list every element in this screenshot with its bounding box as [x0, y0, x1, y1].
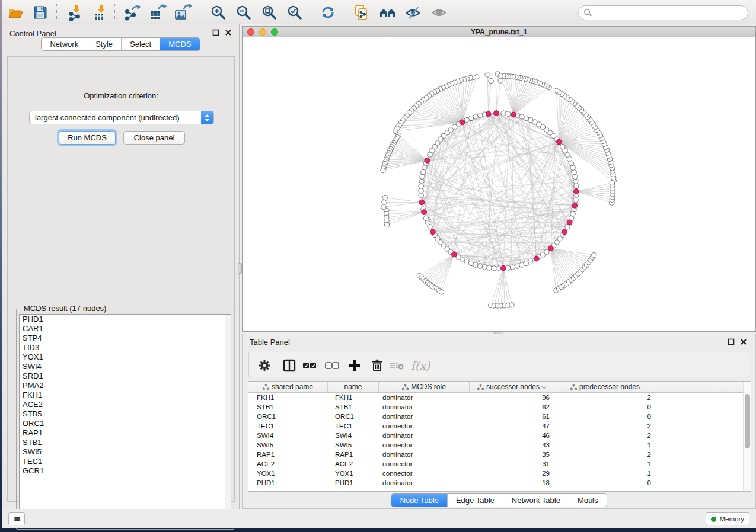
vertical-splitter-grip[interactable] [238, 263, 242, 274]
column-header-successor-nodes[interactable]: successor nodes [470, 382, 554, 392]
table-scrollbar[interactable] [743, 382, 751, 491]
mcds-result-item[interactable]: TID3 [20, 343, 231, 352]
zoom-selected-button[interactable] [285, 3, 304, 22]
hide-selected-button[interactable] [404, 3, 423, 22]
search-field[interactable] [578, 5, 748, 20]
column-header-predecessor-nodes[interactable]: predecessor nodes [554, 382, 656, 392]
tab-style[interactable]: Style [87, 38, 121, 50]
panel-menu-button[interactable] [8, 512, 25, 525]
tab-mcds[interactable]: MCDS [160, 38, 199, 50]
mcds-result-item[interactable]: SWI4 [20, 362, 231, 371]
mcds-result-item[interactable]: SRD1 [20, 371, 231, 381]
mcds-result-item[interactable]: STB5 [20, 409, 231, 419]
mcds-result-item[interactable]: TEC1 [20, 457, 231, 466]
table-rows: FKH1FKH1dominator962STB1STB1dominator620… [248, 393, 744, 488]
table-row-TEC1[interactable]: TEC1TEC1connector472 [248, 421, 744, 431]
float-panel-icon[interactable] [212, 29, 219, 36]
close-panel-icon[interactable] [225, 29, 232, 36]
table-row-PHD1[interactable]: PHD1PHD1dominator180 [248, 478, 744, 488]
table-row-YOX1[interactable]: YOX1YOX1connector291 [248, 469, 744, 478]
list-scrollbar[interactable] [225, 315, 231, 524]
control-panel-tabs: NetworkStyleSelectMCDS [2, 37, 239, 51]
import-network-icon [68, 4, 84, 21]
export-table-button[interactable] [148, 3, 167, 22]
table-tab-network-table[interactable]: Network Table [503, 494, 569, 507]
column-header-name[interactable]: name [328, 382, 379, 392]
export-network-button[interactable] [123, 3, 142, 22]
mcds-result-item[interactable]: ORC1 [20, 419, 231, 428]
clone-network-button[interactable] [352, 3, 371, 22]
table-row-ORC1[interactable]: ORC1ORC1dominator610 [248, 412, 744, 421]
table-row-FKH1[interactable]: FKH1FKH1dominator962 [248, 393, 744, 402]
save-session-button[interactable] [31, 3, 50, 22]
cell-predecessor-nodes: 2 [554, 421, 656, 431]
mcds-result-list[interactable]: PHD1CAR1STP4TID3YOX1SWI4SRD1PMA2FKH1ACE2… [19, 314, 231, 525]
deselect-all-button[interactable] [325, 358, 340, 373]
tab-network[interactable]: Network [42, 38, 87, 50]
close-panel-icon[interactable] [740, 338, 747, 345]
mcds-result-item[interactable]: YOX1 [20, 352, 231, 362]
first-neighbors-button[interactable] [378, 3, 397, 22]
cell-MCDS-role: connector [379, 469, 470, 478]
float-panel-icon[interactable] [728, 338, 735, 345]
table-row-STB1[interactable]: STB1STB1dominator620 [248, 402, 744, 412]
zoom-in-button[interactable] [209, 3, 228, 22]
mcds-result-item[interactable]: PHD1 [20, 315, 231, 324]
table-row-ACE2[interactable]: ACE2ACE2connector311 [248, 459, 744, 469]
zoom-fit-button[interactable] [260, 3, 279, 22]
table-tab-motifs[interactable]: Motifs [569, 494, 607, 507]
add-column-button[interactable] [347, 358, 362, 373]
export-image-button[interactable] [173, 3, 192, 22]
mcds-result-item[interactable]: STP4 [20, 334, 231, 343]
cell-MCDS-role: connector [379, 421, 470, 431]
table-panel: Table Panel f(x) shared namenameMCDS rol… [242, 334, 756, 509]
cell-name: SWI5 [328, 440, 379, 450]
network-canvas[interactable] [243, 37, 755, 331]
gear-button[interactable] [257, 358, 272, 373]
open-session-button[interactable] [6, 3, 25, 22]
table-row-SWI4[interactable]: SWI4SWI4dominator462 [248, 431, 744, 440]
criterion-dropdown[interactable]: largest connected component (undirected) [29, 111, 214, 124]
zoom-fit-icon [261, 4, 277, 21]
tab-select[interactable]: Select [121, 38, 160, 50]
table-tab-edge-table[interactable]: Edge Table [447, 494, 503, 507]
export-network-icon [124, 4, 142, 21]
mcds-result-item[interactable]: CAR1 [20, 324, 231, 334]
function-builder-button[interactable]: f(x) [410, 358, 430, 373]
apply-layout-button[interactable] [318, 3, 337, 22]
zoom-out-button[interactable] [234, 3, 253, 22]
memory-button[interactable]: Memory [706, 512, 749, 525]
mcds-result-item[interactable]: GCR1 [20, 466, 231, 476]
table-tab-node-table[interactable]: Node Table [391, 494, 447, 507]
import-network-button[interactable] [66, 3, 85, 22]
run-mcds-button[interactable]: Run MCDS [59, 131, 116, 145]
column-header-shared-name[interactable]: shared name [248, 382, 328, 392]
control-panel-title: Control Panel [9, 29, 56, 38]
cell-MCDS-role: connector [379, 459, 470, 469]
mcds-result-item[interactable]: SWI5 [20, 447, 231, 457]
delete-column-button[interactable] [369, 358, 385, 373]
close-panel-button[interactable]: Close panel [123, 131, 185, 145]
select-all-button[interactable] [302, 358, 318, 373]
table-row-SWI5[interactable]: SWI5SWI5connector431 [248, 440, 744, 450]
application-window: Control Panel NetworkStyleSelectMCDS Opt… [2, 0, 756, 528]
add-column-icon [348, 359, 361, 372]
table-row-RAP1[interactable]: RAP1RAP1dominator352 [248, 450, 744, 459]
scrollbar-thumb[interactable] [745, 394, 750, 448]
search-input[interactable] [592, 7, 748, 19]
mcds-result-item[interactable]: ACE2 [20, 400, 231, 409]
network-graph-svg[interactable] [243, 37, 755, 331]
import-table-button[interactable] [91, 3, 110, 22]
show-columns-button[interactable] [282, 358, 297, 373]
mcds-result-item[interactable]: STB1 [20, 438, 231, 447]
cell-MCDS-role: dominator [379, 431, 470, 440]
sort-desc-icon [541, 383, 547, 389]
mcds-result-item[interactable]: FKH1 [20, 390, 231, 400]
column-header-MCDS-role[interactable]: MCDS role [379, 382, 470, 392]
shared-column-icon [570, 384, 577, 390]
network-window-titlebar[interactable]: YPA_prune.txt_1 [243, 27, 755, 37]
show-all-button[interactable] [430, 3, 449, 22]
mcds-result-item[interactable]: RAP1 [20, 428, 231, 438]
delete-table-button[interactable] [390, 358, 405, 373]
mcds-result-item[interactable]: PMA2 [20, 381, 231, 390]
